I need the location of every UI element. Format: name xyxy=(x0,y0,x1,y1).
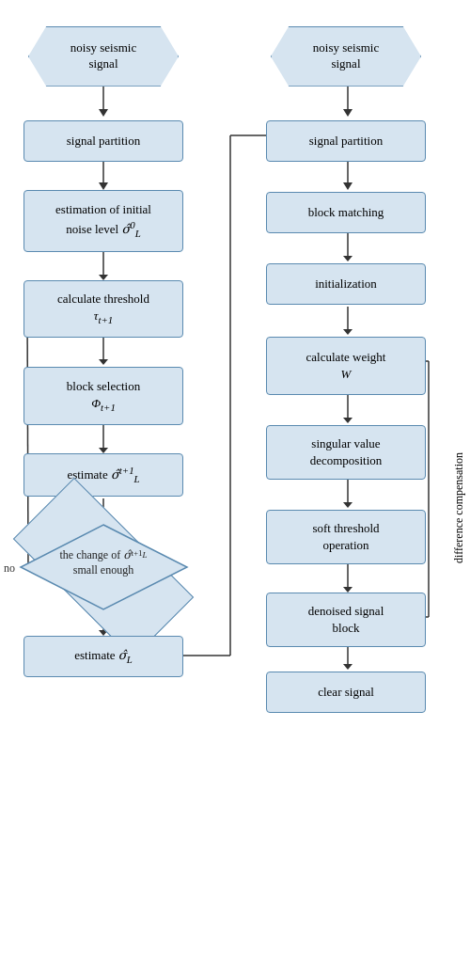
left-calc-threshold-label: calculate thresholdτt+1 xyxy=(57,291,149,327)
svg-marker-35 xyxy=(343,664,352,670)
left-noisy-signal-label: noisy seismic signal xyxy=(70,40,136,72)
left-signal-partition-box: signal partition xyxy=(24,120,183,162)
right-denoised-signal-box: denoised signal block xyxy=(266,593,426,647)
svg-marker-31 xyxy=(343,502,352,508)
right-signal-partition-box: signal partition xyxy=(266,120,426,162)
right-initialization-box: initialization xyxy=(266,263,426,305)
right-block-matching: block matching xyxy=(266,192,426,233)
left-estimation-box: estimation of initialnoise level σ̂0L xyxy=(24,190,183,252)
right-initialization: initialization xyxy=(266,263,426,305)
left-estimation: estimation of initialnoise level σ̂0L xyxy=(24,190,183,252)
svg-marker-23 xyxy=(343,182,352,190)
svg-marker-25 xyxy=(343,256,352,261)
right-svd-label: singular value decomposition xyxy=(310,435,383,469)
right-clear-signal: clear signal xyxy=(266,672,426,713)
svg-marker-21 xyxy=(343,109,352,117)
left-calc-threshold-box: calculate thresholdτt+1 xyxy=(24,280,183,338)
right-calc-weight: calculate weightW xyxy=(266,337,426,395)
svg-marker-1 xyxy=(99,109,108,117)
right-clear-signal-label: clear signal xyxy=(318,684,374,701)
left-estimate-sigma-final: estimate σ̂L xyxy=(24,636,183,677)
right-block-matching-label: block matching xyxy=(308,204,384,221)
right-clear-signal-box: clear signal xyxy=(266,672,426,713)
svg-text:small enough: small enough xyxy=(73,563,133,577)
left-block-selection: block selectionΦt+1 xyxy=(24,367,183,425)
right-signal-partition-label: signal partition xyxy=(309,133,383,150)
left-estimation-label: estimation of initialnoise level σ̂0L xyxy=(55,201,151,241)
right-calc-weight-label: calculate weightW xyxy=(306,349,386,383)
right-soft-threshold-label: soft threshold operation xyxy=(312,520,379,554)
right-denoised-signal: denoised signal block xyxy=(266,593,426,647)
svg-marker-27 xyxy=(343,329,352,335)
right-signal-partition: signal partition xyxy=(266,120,426,162)
left-signal-partition-label: signal partition xyxy=(67,133,140,150)
left-estimate-sigma-t1: estimate σ̂t+1L xyxy=(24,453,183,497)
svg-marker-3 xyxy=(99,182,108,190)
right-svd: singular value decomposition xyxy=(266,425,426,480)
difference-compensation-text: difference compensation xyxy=(452,452,466,563)
right-denoised-signal-label: denoised signal block xyxy=(308,603,384,637)
right-svd-box: singular value decomposition xyxy=(266,425,426,480)
difference-compensation-label: difference compensation xyxy=(452,376,466,640)
right-soft-threshold-box: soft threshold operation xyxy=(266,510,426,564)
left-estimate-sigma-final-label: estimate σ̂L xyxy=(74,647,132,666)
flowchart-diagram: yes no xyxy=(0,0,470,38)
right-noisy-signal-box: noisy seismic signal xyxy=(271,26,421,87)
svg-marker-29 xyxy=(343,418,352,423)
svg-text:no: no xyxy=(4,561,15,575)
right-block-matching-box: block matching xyxy=(266,192,426,233)
left-block-selection-box: block selectionΦt+1 xyxy=(24,367,183,425)
left-block-selection-label: block selectionΦt+1 xyxy=(67,378,140,415)
left-estimate-sigma-final-box: estimate σ̂L xyxy=(24,636,183,677)
diamond-svg: the change of σ̂t+1L small enough xyxy=(19,523,189,611)
svg-marker-7 xyxy=(99,359,108,365)
right-soft-threshold: soft threshold operation xyxy=(266,510,426,564)
right-calc-weight-box: calculate weightW xyxy=(266,337,426,395)
left-signal-partition: signal partition xyxy=(24,120,183,162)
left-noisy-signal: noisy seismic signal xyxy=(24,26,183,87)
right-initialization-label: initialization xyxy=(315,276,377,292)
left-diamond-shape: the change of σ̂t+1L small enough xyxy=(19,523,189,611)
left-calc-threshold: calculate thresholdτt+1 xyxy=(24,280,183,338)
right-noisy-signal: noisy seismic signal xyxy=(266,26,426,87)
left-noisy-signal-box: noisy seismic signal xyxy=(28,26,179,87)
right-noisy-signal-label: noisy seismic signal xyxy=(313,40,379,72)
left-estimate-sigma-t1-box: estimate σ̂t+1L xyxy=(24,453,183,497)
